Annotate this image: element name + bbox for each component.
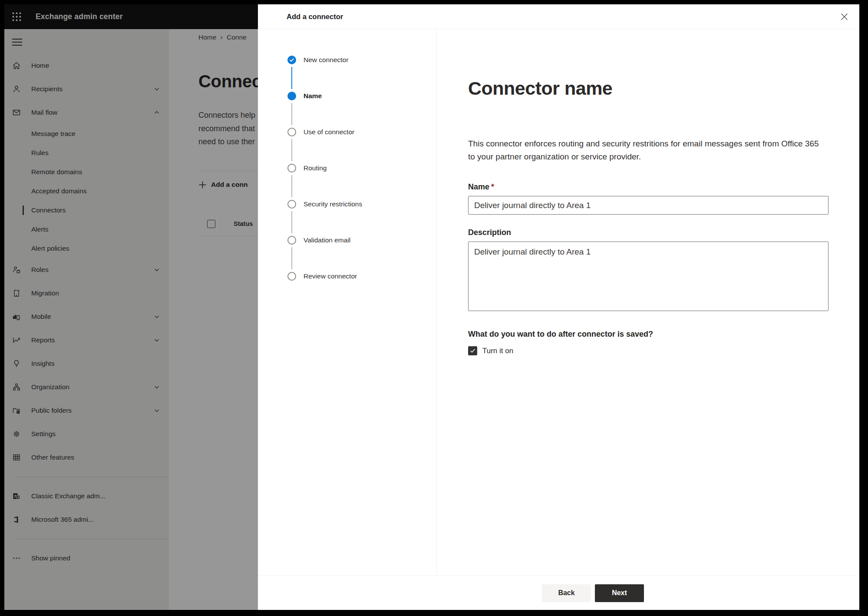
step-connector-line <box>291 103 292 125</box>
step-todo-icon <box>287 200 296 209</box>
dialog-header: Add a connector <box>258 4 859 29</box>
wizard-step-name[interactable]: Name <box>287 92 436 100</box>
checkbox-checked-icon[interactable] <box>468 346 477 355</box>
wizard-step-security-restrictions[interactable]: Security restrictions <box>287 200 436 209</box>
step-todo-icon <box>287 128 296 136</box>
step-todo-icon <box>287 164 296 172</box>
modal-dim-overlay <box>4 4 258 610</box>
turn-it-on-label: Turn it on <box>482 347 513 355</box>
back-button[interactable]: Back <box>542 584 591 602</box>
step-todo-icon <box>287 272 296 281</box>
exchange-admin-center-app: Exchange admin center Home Recipients Ma… <box>4 4 859 610</box>
wizard-step-new-connector[interactable]: New connector <box>287 56 436 64</box>
step-connector-line <box>291 175 292 197</box>
wizard-steps: New connector Name Use of connector Rout… <box>258 29 437 576</box>
wizard-step-review-connector[interactable]: Review connector <box>287 272 436 281</box>
wizard-page-heading: Connector name <box>468 78 859 99</box>
wizard-page-description: This connector enforces routing and secu… <box>468 137 821 163</box>
wizard-content: Connector name This connector enforces r… <box>437 29 859 576</box>
name-field-label: Name* <box>468 182 859 192</box>
description-field-label: Description <box>468 228 859 237</box>
wizard-step-use-of-connector[interactable]: Use of connector <box>287 128 436 136</box>
step-todo-icon <box>287 236 296 245</box>
required-asterisk: * <box>491 182 494 191</box>
connector-description-textarea[interactable]: Deliver journal directly to Area 1 <box>468 242 828 311</box>
close-icon[interactable] <box>840 12 849 21</box>
step-connector-line <box>291 67 292 89</box>
wizard-step-validation-email[interactable]: Validation email <box>287 236 436 245</box>
step-current-icon <box>287 92 296 100</box>
turn-it-on-checkbox-row[interactable]: Turn it on <box>468 346 859 355</box>
step-connector-line <box>291 211 292 233</box>
step-connector-line <box>291 247 292 269</box>
dialog-footer: Back Next <box>258 576 859 610</box>
step-connector-line <box>291 139 292 161</box>
after-save-question: What do you want to do after connector i… <box>468 330 859 339</box>
wizard-step-routing[interactable]: Routing <box>287 164 436 172</box>
connector-name-input[interactable] <box>468 196 828 215</box>
dialog-title: Add a connector <box>287 4 343 29</box>
step-done-icon <box>287 56 296 64</box>
add-connector-dialog: Add a connector New connector Name <box>258 4 859 610</box>
next-button[interactable]: Next <box>595 584 644 602</box>
